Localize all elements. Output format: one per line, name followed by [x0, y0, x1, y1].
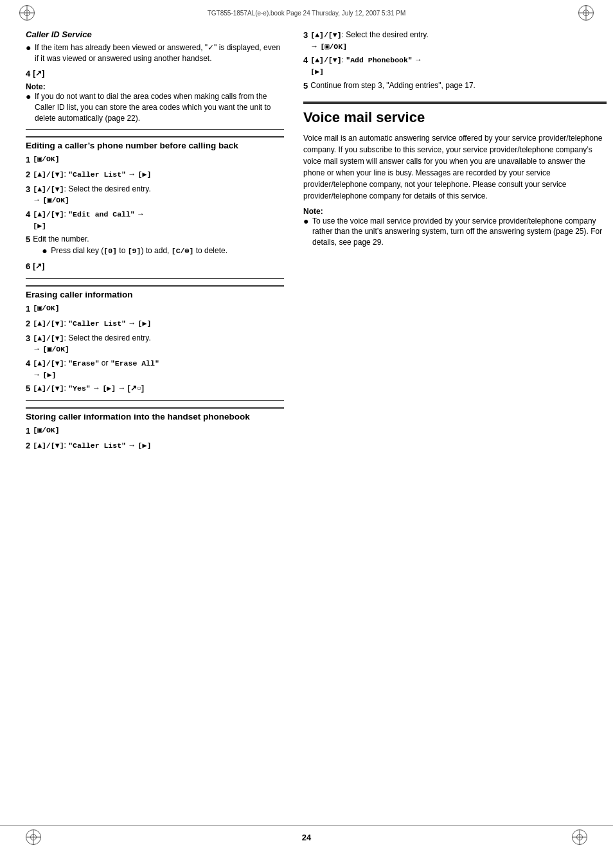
erasing-step2-num: 2	[26, 318, 30, 330]
note-content-1: If you do not want to dial the area code…	[35, 91, 284, 123]
cont-step5-text: Continue from step 3, "Adding entries", …	[310, 80, 607, 91]
editing-step1-text: [▣/OK]	[33, 154, 284, 165]
editing-step3-text: [▲]/[▼]: Select the desired entry.→ [▣/O…	[33, 184, 284, 206]
editing-step5-sub: ● Press dial key ([0] to [9]) to add, [C…	[42, 245, 284, 258]
top-registration-marks: TGT855-1857AL(e-e).book Page 24 Thursday…	[0, 0, 613, 23]
top-left-reg-mark	[19, 5, 35, 21]
main-content: Caller ID Service ● If the item has alre…	[0, 23, 613, 468]
storing-title: Storing caller information into the hand…	[26, 407, 284, 421]
editing-step1-num: 1	[26, 154, 30, 166]
storing-step2-num: 2	[26, 440, 30, 452]
storing-section: Storing caller information into the hand…	[26, 407, 284, 452]
left-column: Caller ID Service ● If the item has alre…	[26, 30, 284, 455]
editing-step1: 1 [▣/OK]	[26, 154, 284, 166]
caller-id-title: Caller ID Service	[26, 30, 284, 39]
sub-bullet-text: Press dial key ([0] to [9]) to add, [C/⊗…	[51, 245, 227, 256]
erasing-step1-num: 1	[26, 303, 30, 315]
storing-step2: 2 [▲]/[▼]: "Caller List" → [▶]	[26, 440, 284, 452]
storing-step1-num: 1	[26, 425, 30, 438]
top-right-reg-mark	[578, 5, 594, 21]
erasing-step5-num: 5	[26, 383, 30, 395]
vm-note-label: Note:	[303, 207, 607, 216]
erasing-step4: 4 [▲]/[▼]: "Erase" or "Erase All"→ [▶]	[26, 358, 284, 380]
divider-1	[26, 129, 284, 130]
erasing-step4-text: [▲]/[▼]: "Erase" or "Erase All"→ [▶]	[33, 358, 284, 380]
editing-step2-num: 2	[26, 169, 30, 181]
editing-step2: 2 [▲]/[▼]: "Caller List" → [▶]	[26, 169, 284, 181]
note-block-1: Note: ● If you do not want to dial the a…	[26, 82, 284, 123]
erasing-step1: 1 [▣/OK]	[26, 303, 284, 315]
storing-step1-text: [▣/OK]	[33, 425, 284, 436]
step4-content: [↗]	[33, 68, 284, 79]
page-container: TGT855-1857AL(e-e).book Page 24 Thursday…	[0, 0, 613, 868]
voice-mail-heading: Voice mail service	[303, 102, 607, 126]
note-label-1: Note:	[26, 82, 284, 91]
erasing-step1-text: [▣/OK]	[33, 303, 284, 314]
erasing-title: Erasing caller information	[26, 285, 284, 299]
editing-step4-num: 4	[26, 209, 30, 221]
note-bullet-1: ●	[26, 91, 35, 103]
editing-step3-num: 3	[26, 184, 30, 196]
storing-step1: 1 [▣/OK]	[26, 425, 284, 438]
erasing-step3: 3 [▲]/[▼]: Select the desired entry.→ [▣…	[26, 333, 284, 355]
erasing-step5: 5 [▲]/[▼]: "Yes" → [▶] → [↗○]	[26, 383, 284, 395]
editing-step6-text: [↗]	[33, 261, 284, 272]
erasing-step5-text: [▲]/[▼]: "Yes" → [▶] → [↗○]	[33, 383, 284, 394]
erasing-step3-text: [▲]/[▼]: Select the desired entry.→ [▣/O…	[33, 333, 284, 355]
cont-step4-num: 4	[303, 55, 308, 67]
page-footer: 24	[0, 825, 613, 849]
cont-step5: 5 Continue from step 3, "Adding entries"…	[303, 80, 607, 93]
note-text-1: ● If you do not want to dial the area co…	[26, 91, 284, 123]
vm-note-block: Note: ● To use the voice mail service pr…	[303, 207, 607, 248]
editing-section: Editing a caller’s phone number before c…	[26, 136, 284, 273]
erasing-step2: 2 [▲]/[▼]: "Caller List" → [▶]	[26, 318, 284, 330]
erasing-step4-num: 4	[26, 358, 30, 370]
cont-step3-num: 3	[303, 30, 308, 42]
voice-mail-body: Voice mail is an automatic answering ser…	[303, 132, 607, 202]
continued-steps: 3 [▲]/[▼]: Select the desired entry.→ [▣…	[303, 30, 607, 93]
editing-step5-num: 5	[26, 234, 30, 246]
erasing-step3-num: 3	[26, 333, 30, 345]
editing-step6: 6 [↗]	[26, 261, 284, 273]
sub-bullet-dot: ●	[42, 245, 51, 258]
editing-step5: 5 Edit the number. ● Press dial key ([0]…	[26, 234, 284, 258]
page-number: 24	[302, 833, 311, 842]
editing-step4: 4 [▲]/[▼]: "Edit and Call" →[▶]	[26, 209, 284, 231]
editing-step6-num: 6	[26, 261, 30, 273]
bullet-dot-1: ●	[26, 42, 35, 55]
erasing-step2-text: [▲]/[▼]: "Caller List" → [▶]	[33, 318, 284, 330]
vm-bullet-dot: ●	[303, 215, 312, 228]
vm-note-bullet: ● To use the voice mail service provided…	[303, 216, 607, 248]
step4-num: 4	[26, 68, 30, 80]
cont-step4: 4 [▲]/[▼]: "Add Phonebook" →[▶]	[303, 55, 607, 77]
editing-step2-text: [▲]/[▼]: "Caller List" → [▶]	[33, 169, 284, 181]
cont-step5-num: 5	[303, 80, 308, 93]
divider-3	[26, 400, 284, 401]
right-column: 3 [▲]/[▼]: Select the desired entry.→ [▣…	[303, 30, 607, 455]
cont-step4-text: [▲]/[▼]: "Add Phonebook" →[▶]	[310, 55, 607, 77]
cont-step3: 3 [▲]/[▼]: Select the desired entry.→ [▣…	[303, 30, 607, 52]
caller-id-bullet1-text: If the item has already been viewed or a…	[35, 42, 284, 64]
bottom-left-reg-mark	[26, 829, 41, 845]
erasing-section: Erasing caller information 1 [▣/OK] 2 [▲…	[26, 285, 284, 395]
bottom-right-reg-mark	[572, 829, 587, 845]
cont-step3-text: [▲]/[▼]: Select the desired entry.→ [▣/O…	[310, 30, 607, 52]
editing-step3: 3 [▲]/[▼]: Select the desired entry.→ [▣…	[26, 184, 284, 206]
divider-2	[26, 278, 284, 279]
editing-step4-text: [▲]/[▼]: "Edit and Call" →[▶]	[33, 209, 284, 231]
storing-step2-text: [▲]/[▼]: "Caller List" → [▶]	[33, 440, 284, 452]
editing-step5-text: Edit the number. ● Press dial key ([0] t…	[33, 234, 284, 258]
header-file-info: TGT855-1857AL(e-e).book Page 24 Thursday…	[208, 10, 406, 17]
step4-hangup: 4 [↗]	[26, 68, 284, 80]
caller-id-section: Caller ID Service ● If the item has alre…	[26, 30, 284, 64]
vm-note-text: To use the voice mail service provided b…	[312, 216, 607, 248]
phone-icon-4: ↗	[35, 69, 42, 78]
editing-title: Editing a caller’s phone number before c…	[26, 136, 284, 150]
caller-id-bullet1: ● If the item has already been viewed or…	[26, 42, 284, 64]
